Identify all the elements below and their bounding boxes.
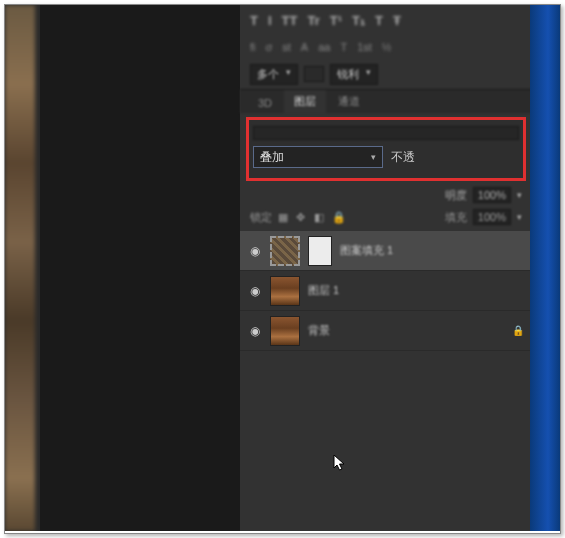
lock-nesting-icon[interactable]: ◧	[314, 211, 326, 223]
workspace-background	[40, 5, 240, 531]
type-glyph: T₁	[352, 13, 365, 28]
layers-list: ◉ 图案填充 1 ◉ 图层 1 ◉ 背景 🔒	[240, 231, 532, 351]
layer-name[interactable]: 背景	[308, 323, 504, 338]
type-feature: 1st	[357, 41, 372, 53]
antialias-dropdown[interactable]: 锐利 ▾	[330, 64, 378, 85]
window-edge	[530, 5, 560, 531]
layer-thumbnail[interactable]	[270, 236, 300, 266]
blend-mode-dropdown[interactable]: 叠加 ▾	[253, 146, 383, 168]
language-dropdown[interactable]: 多个 ▾	[250, 64, 298, 85]
antialias-value: 锐利	[337, 67, 359, 82]
chevron-down-icon: ▾	[517, 212, 522, 222]
opacity-value[interactable]: 100%	[473, 187, 511, 203]
tab-channels[interactable]: 通道	[328, 90, 370, 113]
visibility-eye-icon[interactable]: ◉	[248, 244, 262, 258]
type-glyph: T	[250, 13, 258, 28]
lock-row: 锁定 ▦ ✥ ◧ 🔒 填充 100% ▾	[240, 207, 532, 231]
panel-tabs: 3D 图层 通道	[240, 89, 532, 113]
type-glyph: T	[375, 13, 383, 28]
layer-row[interactable]: ◉ 背景 🔒	[240, 311, 532, 351]
tab-layers[interactable]: 图层	[284, 90, 326, 113]
lock-all-icon[interactable]: 🔒	[332, 211, 344, 223]
opacity-row: 明度 100% ▾	[240, 183, 532, 207]
opacity-label: 不透	[391, 149, 415, 166]
type-glyph: I	[268, 13, 272, 28]
type-glyph: TT	[282, 13, 298, 28]
type-feature: st	[282, 41, 291, 53]
type-options-row2: fi σ st A aa T 1st ½	[240, 35, 532, 59]
language-value: 多个	[257, 67, 279, 82]
visibility-eye-icon[interactable]: ◉	[248, 324, 262, 338]
fill-value[interactable]: 100%	[473, 209, 511, 225]
lock-label: 锁定	[250, 210, 272, 225]
tab-3d[interactable]: 3D	[248, 93, 282, 113]
layer-thumbnail[interactable]	[270, 316, 300, 346]
canvas-image	[5, 5, 35, 531]
chevron-down-icon: ▾	[517, 190, 522, 200]
layer-row[interactable]: ◉ 图案填充 1	[240, 231, 532, 271]
type-feature: σ	[266, 41, 273, 53]
layer-name[interactable]: 图层 1	[308, 283, 524, 298]
blend-mode-highlight: 叠加 ▾ 不透	[246, 117, 526, 181]
type-options-row3: 多个 ▾ 锐利 ▾	[240, 59, 532, 89]
layer-mask-thumbnail[interactable]	[308, 236, 332, 266]
right-panels: T I TT Tr T¹ T₁ T Ŧ fi σ st A aa T 1st ½…	[240, 5, 532, 531]
chevron-down-icon: ▾	[371, 152, 376, 162]
type-feature: T	[340, 41, 347, 53]
aa-icon[interactable]	[304, 66, 324, 82]
layer-name[interactable]: 图案填充 1	[340, 243, 524, 258]
blend-mode-row: 叠加 ▾ 不透	[253, 146, 519, 168]
canvas-area	[5, 5, 40, 531]
type-feature: A	[301, 41, 308, 53]
type-feature: aa	[318, 41, 330, 53]
layer-thumbnail[interactable]	[270, 276, 300, 306]
lock-icon: 🔒	[512, 325, 524, 336]
chevron-down-icon: ▾	[286, 67, 291, 82]
lock-position-icon[interactable]: ✥	[296, 211, 308, 223]
type-glyph: T¹	[330, 13, 342, 28]
visibility-eye-icon[interactable]: ◉	[248, 284, 262, 298]
layer-filter-bar[interactable]	[253, 126, 519, 140]
type-glyph: Ŧ	[393, 13, 401, 28]
type-options-row1: T I TT Tr T¹ T₁ T Ŧ	[240, 5, 532, 35]
type-glyph: Tr	[307, 13, 319, 28]
type-feature: ½	[382, 41, 391, 53]
opacity-extra-label: 明度	[445, 188, 467, 203]
chevron-down-icon: ▾	[366, 67, 371, 82]
blend-mode-value: 叠加	[260, 149, 284, 166]
layer-row[interactable]: ◉ 图层 1	[240, 271, 532, 311]
lock-pixels-icon[interactable]: ▦	[278, 211, 290, 223]
type-feature: fi	[250, 41, 256, 53]
fill-label: 填充	[445, 210, 467, 225]
